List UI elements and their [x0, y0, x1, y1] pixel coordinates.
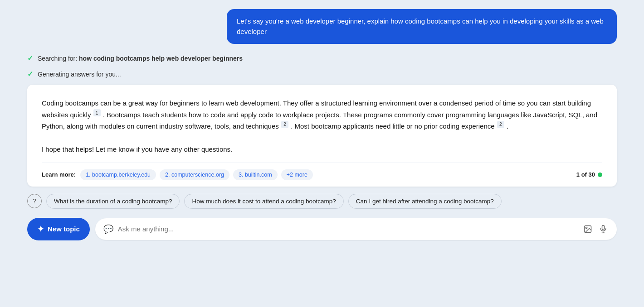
suggestion-btn-3[interactable]: Can I get hired after attending a coding…: [348, 194, 502, 209]
new-topic-label: New topic: [48, 225, 80, 233]
answer-paragraph-1: Coding bootcamps can be a great way for …: [42, 97, 602, 132]
svg-rect-2: [602, 225, 605, 230]
status-generating-row: ✓ Generating answers for you...: [27, 69, 617, 79]
answer-card: Coding bootcamps can be a great way for …: [27, 85, 617, 187]
answer-paragraph-2: I hope that helps! Let me know if you ha…: [42, 144, 602, 155]
searching-query: how coding bootcamps help web developer …: [79, 55, 243, 62]
input-row: ✦ New topic 💬: [27, 218, 617, 240]
user-message-row: Let's say you're a web developer beginne…: [27, 9, 617, 44]
search-input-wrapper: 💬: [95, 218, 617, 240]
source-chip-1[interactable]: 1. bootcamp.berkeley.edu: [80, 169, 156, 180]
chat-bubble-icon: 💬: [103, 224, 113, 234]
learn-more-label: Learn more:: [42, 171, 76, 178]
question-icon: ?: [27, 194, 42, 208]
main-container: Let's say you're a web developer beginne…: [27, 9, 617, 240]
suggestion-btn-1[interactable]: What is the duration of a coding bootcam…: [46, 194, 180, 209]
status-dot: [598, 173, 602, 177]
input-actions: [582, 224, 609, 235]
new-topic-button[interactable]: ✦ New topic: [27, 218, 90, 240]
answer-text: Coding bootcamps can be a great way for …: [42, 97, 602, 155]
source-chip-3[interactable]: 3. builtin.com: [233, 169, 278, 180]
check-icon-1: ✓: [27, 54, 33, 62]
svg-point-1: [585, 227, 587, 228]
sparkle-icon: ✦: [37, 224, 44, 234]
page-indicator: 1 of 30: [576, 171, 602, 178]
check-icon-2: ✓: [27, 70, 33, 78]
suggestions-row: ? What is the duration of a coding bootc…: [27, 194, 617, 209]
learn-more-bar: Learn more: 1. bootcamp.berkeley.edu 2. …: [42, 163, 602, 187]
citation-2a: 2: [281, 121, 288, 128]
citation-1: 1: [93, 109, 101, 116]
user-bubble: Let's say you're a web developer beginne…: [227, 9, 617, 44]
more-sources-chip[interactable]: +2 more: [281, 169, 313, 180]
image-search-button[interactable]: [582, 224, 593, 235]
source-chip-2[interactable]: 2. computerscience.org: [160, 169, 229, 180]
suggestion-btn-2[interactable]: How much does it cost to attend a coding…: [184, 194, 343, 209]
user-message-text: Let's say you're a web developer beginne…: [237, 17, 604, 35]
status-generating-text: Generating answers for you...: [38, 71, 121, 78]
microphone-button[interactable]: [598, 224, 609, 235]
status-searching-text: Searching for: how coding bootcamps help…: [38, 55, 243, 62]
citation-2b: 2: [497, 121, 504, 128]
search-input[interactable]: [118, 225, 578, 233]
status-searching-row: ✓ Searching for: how coding bootcamps he…: [27, 53, 617, 63]
